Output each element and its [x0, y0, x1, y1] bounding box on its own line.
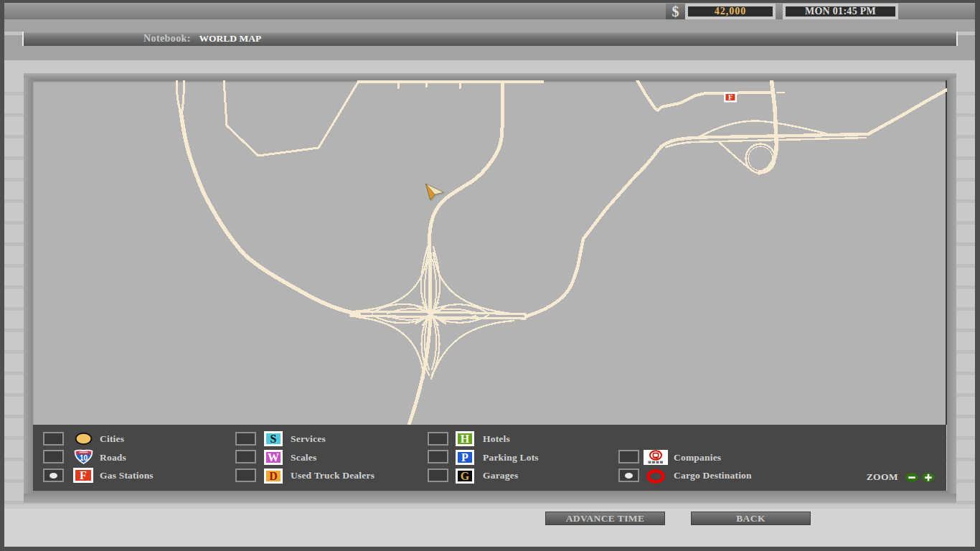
- svg-text:F: F: [728, 93, 732, 101]
- svg-text:10: 10: [80, 454, 88, 462]
